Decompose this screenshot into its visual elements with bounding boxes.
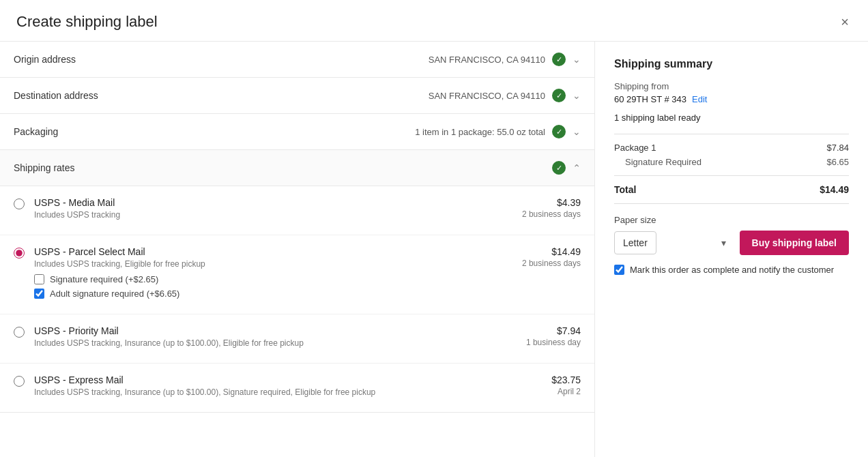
paper-size-select-wrapper: Letter 4x6 xyxy=(614,231,733,254)
destination-address-right: SAN FRANCISCO, CA 94110 ✓ ⌄ xyxy=(429,89,581,102)
shipping-rates-section: Shipping rates ✓ ⌄ USPS - Media Mail Inc… xyxy=(0,150,594,413)
origin-address-right: SAN FRANCISCO, CA 94110 ✓ ⌄ xyxy=(429,53,581,66)
rate-price-block-usps-parcel-select: $14.49 2 business days xyxy=(522,246,581,268)
right-panel: Shipping summary Shipping from 60 29TH S… xyxy=(595,42,868,457)
rate-desc-usps-express-mail: Includes USPS tracking, Insurance (up to… xyxy=(34,387,540,397)
shipping-rates-header-right: ✓ ⌄ xyxy=(552,161,581,175)
close-button[interactable]: × xyxy=(838,12,852,31)
rate-radio-usps-priority-mail[interactable] xyxy=(14,327,25,340)
rate-price-usps-media-mail: $4.39 xyxy=(522,197,581,208)
rate-name-usps-priority-mail: USPS - Priority Mail xyxy=(34,325,515,336)
rate-days-usps-parcel-select: 2 business days xyxy=(522,259,581,268)
destination-address-section: Destination address SAN FRANCISCO, CA 94… xyxy=(0,78,594,114)
rate-price-block-usps-priority-mail: $7.94 1 business day xyxy=(526,325,581,347)
rate-price-block-usps-media-mail: $4.39 2 business days xyxy=(522,197,581,219)
rate-price-usps-priority-mail: $7.94 xyxy=(526,325,581,336)
edit-address-link[interactable]: Edit xyxy=(692,94,707,104)
summary-signature-line: Signature Required $6.65 xyxy=(614,157,849,167)
summary-package-label: Package 1 xyxy=(614,143,656,153)
summary-shipping-from-label: Shipping from xyxy=(614,81,849,91)
sig-required-label[interactable]: Signature required (+$2.65) xyxy=(50,274,158,284)
rate-option-signature-required: Signature required (+$2.65) xyxy=(34,274,511,284)
modal-title: Create shipping label xyxy=(16,13,158,31)
summary-divider-paper xyxy=(614,203,849,204)
origin-address-value: SAN FRANCISCO, CA 94110 xyxy=(429,55,545,65)
rate-days-usps-express-mail: April 2 xyxy=(551,387,581,396)
summary-total-label: Total xyxy=(614,184,636,195)
summary-total-line: Total $14.49 xyxy=(614,184,849,195)
destination-address-header[interactable]: Destination address SAN FRANCISCO, CA 94… xyxy=(0,78,594,113)
summary-divider-bottom xyxy=(614,175,849,176)
summary-title: Shipping summary xyxy=(614,58,849,70)
rate-days-usps-priority-mail: 1 business day xyxy=(526,338,581,347)
rate-radio-usps-media-mail[interactable] xyxy=(14,198,25,211)
shipping-rates-check-icon: ✓ xyxy=(552,161,566,175)
rate-days-usps-media-mail: 2 business days xyxy=(522,209,581,219)
modal-body: Origin address SAN FRANCISCO, CA 94110 ✓… xyxy=(0,42,868,457)
rate-price-usps-express-mail: $23.75 xyxy=(551,374,581,385)
summary-signature-price: $6.65 xyxy=(826,157,849,167)
rate-radio-usps-parcel-select[interactable] xyxy=(14,248,25,261)
destination-address-check-icon: ✓ xyxy=(552,89,566,102)
origin-address-chevron-icon: ⌄ xyxy=(573,54,581,65)
paper-size-label: Paper size xyxy=(614,215,849,225)
rate-details-usps-priority-mail: USPS - Priority Mail Includes USPS track… xyxy=(34,325,515,352)
notify-row: Mark this order as complete and notify t… xyxy=(614,265,849,275)
rate-item-usps-express-mail: USPS - Express Mail Includes USPS tracki… xyxy=(0,364,594,412)
rate-item-usps-parcel-select: USPS - Parcel Select Mail Includes USPS … xyxy=(0,235,594,314)
destination-address-value: SAN FRANCISCO, CA 94110 xyxy=(429,91,545,101)
rate-desc-usps-priority-mail: Includes USPS tracking, Insurance (up to… xyxy=(34,338,515,348)
left-panel: Origin address SAN FRANCISCO, CA 94110 ✓… xyxy=(0,42,595,457)
packaging-right: 1 item in 1 package: 55.0 oz total ✓ ⌄ xyxy=(415,125,581,138)
packaging-check-icon: ✓ xyxy=(552,125,566,138)
packaging-value: 1 item in 1 package: 55.0 oz total xyxy=(415,127,545,137)
packaging-label: Packaging xyxy=(14,126,58,137)
origin-address-check-icon: ✓ xyxy=(552,53,566,66)
summary-signature-label: Signature Required xyxy=(625,157,701,167)
summary-address: 60 29TH ST # 343 xyxy=(614,94,686,104)
rate-price-usps-parcel-select: $14.49 xyxy=(522,246,581,257)
rate-price-block-usps-express-mail: $23.75 April 2 xyxy=(551,374,581,396)
paper-size-row: Letter 4x6 Buy shipping label xyxy=(614,231,849,255)
origin-address-label: Origin address xyxy=(14,54,76,65)
paper-size-select[interactable]: Letter 4x6 xyxy=(614,231,656,254)
notify-customer-label[interactable]: Mark this order as complete and notify t… xyxy=(630,265,834,275)
packaging-header[interactable]: Packaging 1 item in 1 package: 55.0 oz t… xyxy=(0,114,594,149)
summary-divider-top xyxy=(614,134,849,134)
rate-desc-usps-media-mail: Includes USPS tracking xyxy=(34,210,511,220)
rate-details-usps-media-mail: USPS - Media Mail Includes USPS tracking xyxy=(34,197,511,224)
notify-customer-checkbox[interactable] xyxy=(614,265,624,275)
modal-header: Create shipping label × xyxy=(0,0,868,42)
buy-shipping-label-button[interactable]: Buy shipping label xyxy=(740,231,849,255)
rate-details-usps-parcel-select: USPS - Parcel Select Mail Includes USPS … xyxy=(34,246,511,303)
rate-option-adult-sig-required: Adult signature required (+$6.65) xyxy=(34,289,511,299)
rate-name-usps-media-mail: USPS - Media Mail xyxy=(34,197,511,208)
shipping-rates-chevron-icon: ⌄ xyxy=(573,162,581,173)
rate-item-usps-priority-mail: USPS - Priority Mail Includes USPS track… xyxy=(0,314,594,364)
rate-name-usps-parcel-select: USPS - Parcel Select Mail xyxy=(34,246,511,257)
origin-address-section: Origin address SAN FRANCISCO, CA 94110 ✓… xyxy=(0,42,594,78)
sig-required-checkbox[interactable] xyxy=(34,274,44,284)
rate-details-usps-express-mail: USPS - Express Mail Includes USPS tracki… xyxy=(34,374,540,401)
shipping-rates-header[interactable]: Shipping rates ✓ ⌄ xyxy=(0,150,594,186)
packaging-chevron-icon: ⌄ xyxy=(573,126,581,137)
shipping-rates-label: Shipping rates xyxy=(14,162,75,173)
rate-item-usps-media-mail: USPS - Media Mail Includes USPS tracking… xyxy=(0,186,594,235)
destination-address-label: Destination address xyxy=(14,90,98,101)
packaging-section: Packaging 1 item in 1 package: 55.0 oz t… xyxy=(0,114,594,150)
rate-desc-usps-parcel-select: Includes USPS tracking, Eligible for fre… xyxy=(34,259,511,269)
summary-total-amount: $14.49 xyxy=(820,184,849,195)
adult-sig-required-checkbox[interactable] xyxy=(34,289,44,299)
adult-sig-required-label[interactable]: Adult signature required (+$6.65) xyxy=(50,289,179,299)
summary-label-ready: 1 shipping label ready xyxy=(614,113,849,123)
rate-name-usps-express-mail: USPS - Express Mail xyxy=(34,374,540,385)
summary-package-price: $7.84 xyxy=(826,143,849,153)
destination-address-chevron-icon: ⌄ xyxy=(573,90,581,101)
rate-options-usps-parcel-select: Signature required (+$2.65) Adult signat… xyxy=(34,274,511,299)
summary-address-row: 60 29TH ST # 343 Edit xyxy=(614,94,849,104)
summary-package-line: Package 1 $7.84 xyxy=(614,143,849,153)
rate-radio-usps-express-mail[interactable] xyxy=(14,376,25,389)
origin-address-header[interactable]: Origin address SAN FRANCISCO, CA 94110 ✓… xyxy=(0,42,594,77)
